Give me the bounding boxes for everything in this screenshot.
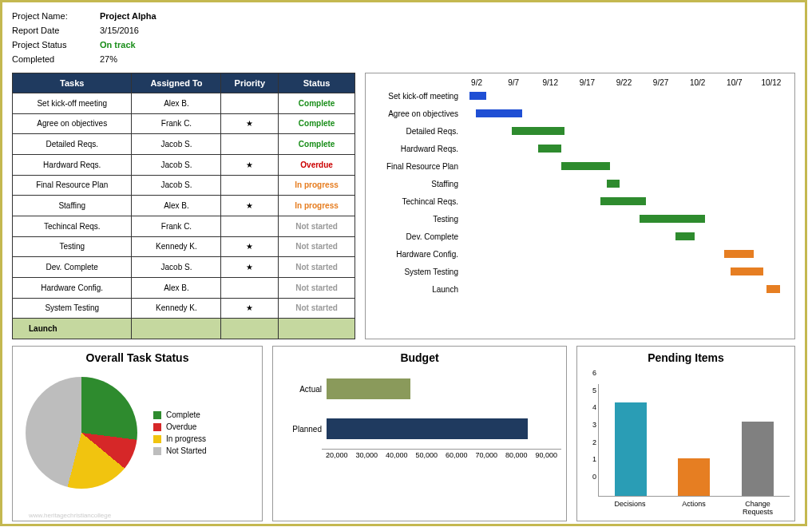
legend-label: Overdue bbox=[166, 422, 196, 431]
watermark: www.heritagechristiancollege bbox=[29, 512, 111, 519]
task-name: Agree on objectives bbox=[13, 113, 132, 134]
axis-tick: 20,000 bbox=[322, 450, 352, 459]
gantt-row: Agree on objectives bbox=[370, 105, 790, 122]
gantt-row: Testing bbox=[370, 210, 790, 228]
gantt-bar bbox=[476, 109, 521, 117]
th-assigned: Assigned To bbox=[132, 73, 221, 93]
budget-panel: Budget Actual Planned 20,00030,00040,000… bbox=[272, 346, 567, 521]
pending-label: Decisions bbox=[606, 500, 654, 516]
legend-label: In progress bbox=[166, 434, 206, 443]
gantt-row: Detailed Reqs. bbox=[370, 122, 790, 140]
gantt-date: 10/12 bbox=[753, 78, 790, 87]
table-row: Agree on objectives Frank C. ★ Complete bbox=[13, 113, 355, 134]
table-row: Techincal Reqs. Frank C. Not started bbox=[13, 216, 355, 236]
task-assigned: Kennedy K. bbox=[132, 298, 221, 319]
task-assigned: Alex B. bbox=[132, 196, 221, 216]
gantt-bar bbox=[766, 285, 779, 293]
task-priority: ★ bbox=[221, 154, 279, 175]
gantt-row: Hardward Reqs. bbox=[370, 140, 790, 157]
task-priority: ★ bbox=[221, 196, 279, 216]
pending-label: Actions bbox=[670, 500, 718, 516]
table-row: Final Resource Plan Jacob S. In progress bbox=[13, 175, 355, 196]
table-row: Set kick-off meeting Alex B. Complete bbox=[13, 93, 355, 114]
budget-label: Planned bbox=[278, 425, 327, 434]
task-assigned: Jacob S. bbox=[132, 257, 221, 278]
y-tick: 0 bbox=[582, 473, 596, 481]
th-priority: Priority bbox=[221, 73, 279, 93]
task-status: In progress bbox=[279, 175, 355, 196]
gantt-label: Detailed Reqs. bbox=[370, 127, 463, 136]
task-status: Complete bbox=[279, 134, 355, 155]
th-status: Status bbox=[279, 73, 355, 93]
task-name: Hardware Config. bbox=[13, 277, 132, 298]
gantt-label: Techincal Reqs. bbox=[370, 197, 463, 206]
table-row: System Testing Kennedy K. ★ Not started bbox=[13, 298, 355, 319]
task-name: Dev. Complete bbox=[13, 257, 132, 278]
task-status: Complete bbox=[279, 113, 355, 134]
pending-bar bbox=[615, 402, 647, 496]
task-name: Detailed Reqs. bbox=[13, 134, 132, 155]
gantt-label: Staffing bbox=[370, 180, 463, 188]
table-row: Dev. Complete Jacob S. ★ Not started bbox=[13, 257, 355, 278]
th-tasks: Tasks bbox=[13, 73, 132, 93]
task-priority bbox=[221, 277, 279, 298]
task-priority bbox=[221, 175, 279, 196]
task-name: Final Resource Plan bbox=[13, 175, 132, 196]
gantt-row: Final Resource Plan bbox=[370, 157, 790, 175]
task-status: Not started bbox=[279, 216, 355, 236]
gantt-label: Testing bbox=[370, 215, 463, 224]
legend-label: Not Started bbox=[166, 446, 207, 455]
pie-panel: Overall Task Status CompleteOverdueIn pr… bbox=[12, 346, 263, 521]
legend-swatch bbox=[153, 447, 161, 455]
task-priority bbox=[221, 216, 279, 236]
gantt-label: Hardward Reqs. bbox=[370, 145, 463, 153]
budget-row: Planned bbox=[278, 409, 561, 449]
gantt-row: System Testing bbox=[370, 263, 790, 280]
budget-row: Actual bbox=[278, 369, 561, 409]
y-tick: 2 bbox=[582, 438, 596, 446]
y-tick: 3 bbox=[582, 421, 596, 429]
gantt-label: Hardware Config. bbox=[370, 250, 463, 259]
pie-chart bbox=[26, 377, 137, 489]
gantt-label: Launch bbox=[370, 285, 463, 294]
pending-col bbox=[734, 422, 782, 496]
legend-item: In progress bbox=[153, 434, 207, 443]
legend-swatch bbox=[153, 435, 161, 443]
budget-bar bbox=[327, 378, 410, 399]
task-status: Not started bbox=[279, 277, 355, 298]
task-assigned: Jacob S. bbox=[132, 175, 221, 196]
axis-tick: 60,000 bbox=[442, 450, 472, 459]
pending-label: Change Requests bbox=[734, 500, 782, 516]
project-name: Project Alpha bbox=[100, 11, 156, 21]
task-status: In progress bbox=[279, 196, 355, 216]
y-tick: 1 bbox=[582, 455, 596, 463]
pending-bar bbox=[742, 422, 774, 496]
legend-swatch bbox=[153, 411, 161, 419]
pending-title: Pending Items bbox=[582, 351, 790, 364]
gantt-bar bbox=[600, 197, 646, 205]
axis-tick: 80,000 bbox=[501, 450, 532, 459]
gantt-label: Agree on objectives bbox=[370, 109, 463, 118]
axis-tick: 50,000 bbox=[412, 450, 442, 459]
gantt-date: 9/12 bbox=[532, 78, 568, 87]
table-row: Hardware Config. Alex B. Not started bbox=[13, 277, 355, 298]
table-row: Staffing Alex B. ★ In progress bbox=[13, 196, 355, 216]
y-tick: 5 bbox=[582, 386, 596, 394]
gantt-date: 9/7 bbox=[495, 78, 532, 87]
legend-item: Overdue bbox=[153, 422, 207, 431]
gantt-bar bbox=[731, 267, 763, 275]
gantt-chart: 9/29/79/129/179/229/2710/210/710/12 Set … bbox=[365, 73, 795, 339]
report-date: 3/15/2016 bbox=[100, 26, 139, 35]
task-name: Staffing bbox=[13, 196, 132, 216]
budget-label: Actual bbox=[278, 385, 327, 394]
gantt-bar bbox=[512, 127, 564, 135]
gantt-date: 10/2 bbox=[679, 78, 716, 87]
gantt-date: 9/17 bbox=[568, 78, 605, 87]
task-assigned: Frank C. bbox=[132, 113, 221, 134]
task-name: Set kick-off meeting bbox=[13, 93, 132, 114]
task-assigned: Jacob S. bbox=[132, 154, 221, 175]
gantt-label: Final Resource Plan bbox=[370, 162, 463, 171]
gantt-date: 10/7 bbox=[716, 78, 753, 87]
task-assigned: Alex B. bbox=[132, 93, 221, 114]
pending-col bbox=[607, 402, 655, 496]
